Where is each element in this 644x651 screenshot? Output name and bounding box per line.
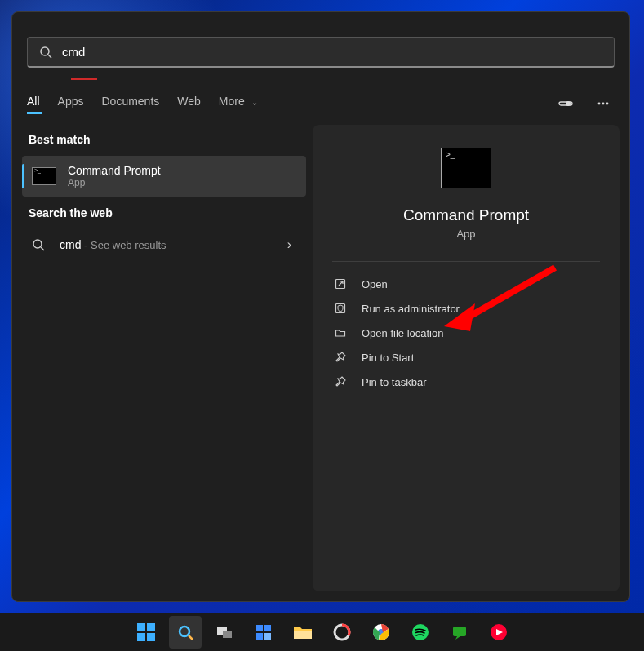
preview-subtitle: App [456,228,475,240]
open-external-icon [334,277,347,290]
svg-rect-19 [223,631,232,638]
svg-line-17 [189,636,193,640]
tab-more-label: More [219,95,245,108]
svg-line-1 [48,55,51,58]
svg-rect-13 [147,623,155,631]
action-open-file-location[interactable]: Open file location [324,321,608,345]
pin-icon [334,375,347,388]
search-icon [39,46,52,59]
svg-rect-22 [256,633,263,640]
svg-rect-20 [256,625,263,631]
preview-title: Command Prompt [403,206,529,224]
results-column: Best match Command Prompt App Search the… [22,125,306,591]
action-run-as-admin[interactable]: Run as administrator [324,296,608,321]
task-view-button[interactable] [208,616,241,649]
taskbar-app-2[interactable] [482,616,515,649]
web-query: cmd [60,238,81,251]
action-label: Open [362,278,388,290]
svg-point-7 [33,240,42,248]
action-open[interactable]: Open [324,272,608,296]
action-label: Pin to Start [362,352,414,364]
widgets-button[interactable] [247,616,280,649]
chrome-button[interactable] [365,616,398,649]
taskbar-search-button[interactable] [169,616,202,649]
svg-rect-14 [137,633,145,641]
filter-tabs: All Apps Documents Web More ⌄ [27,92,615,115]
svg-rect-21 [264,625,271,631]
start-button[interactable] [130,616,162,649]
annotation-search-underline [71,78,97,80]
text-caret [91,57,91,73]
search-icon [32,238,45,251]
svg-point-0 [41,47,49,55]
svg-line-8 [41,247,44,250]
svg-point-3 [566,101,571,106]
action-list: Open Run as administrator Open file loca… [313,262,620,404]
result-subtitle: App [68,177,161,188]
more-options-icon[interactable] [592,92,615,115]
cmd-icon [32,167,56,185]
section-search-web: Search the web [22,198,306,228]
svg-rect-24 [294,631,312,639]
svg-rect-23 [264,633,271,640]
search-box[interactable] [27,37,615,68]
svg-rect-12 [137,623,145,631]
svg-point-6 [606,103,609,105]
svg-point-4 [598,103,601,105]
web-suffix: - See web results [81,239,166,251]
start-search-panel: All Apps Documents Web More ⌄ Best match… [11,11,630,602]
chevron-right-icon: › [287,237,291,252]
quick-settings-icon[interactable] [554,92,577,115]
section-best-match: Best match [22,125,306,154]
chevron-down-icon: ⌄ [251,98,258,107]
tab-apps[interactable]: Apps [58,95,84,113]
svg-rect-29 [453,627,466,636]
svg-rect-15 [147,633,155,641]
svg-point-5 [602,103,605,105]
action-label: Run as administrator [362,303,460,315]
result-title: Command Prompt [68,164,161,177]
action-label: Open file location [362,327,443,339]
search-input[interactable] [62,45,602,59]
pin-icon [334,351,347,364]
tab-all[interactable]: All [27,95,40,113]
chat-button[interactable] [443,616,476,649]
result-web-search[interactable]: cmd - See web results › [22,229,306,260]
spotify-button[interactable] [404,616,437,649]
action-pin-to-taskbar[interactable]: Pin to taskbar [324,370,608,394]
result-command-prompt[interactable]: Command Prompt App [22,156,306,197]
action-pin-to-start[interactable]: Pin to Start [324,345,608,370]
tab-more[interactable]: More ⌄ [219,95,258,113]
tab-web[interactable]: Web [177,95,201,113]
taskbar-app-1[interactable] [326,616,358,649]
preview-pane: Command Prompt App Open Run as administr… [313,125,620,591]
action-label: Pin to taskbar [362,376,427,388]
folder-icon [334,326,347,339]
file-explorer-button[interactable] [286,616,319,649]
svg-point-16 [180,627,189,636]
shield-icon [334,302,347,315]
preview-cmd-icon [441,148,491,188]
tab-documents[interactable]: Documents [101,95,159,113]
taskbar [0,613,644,651]
